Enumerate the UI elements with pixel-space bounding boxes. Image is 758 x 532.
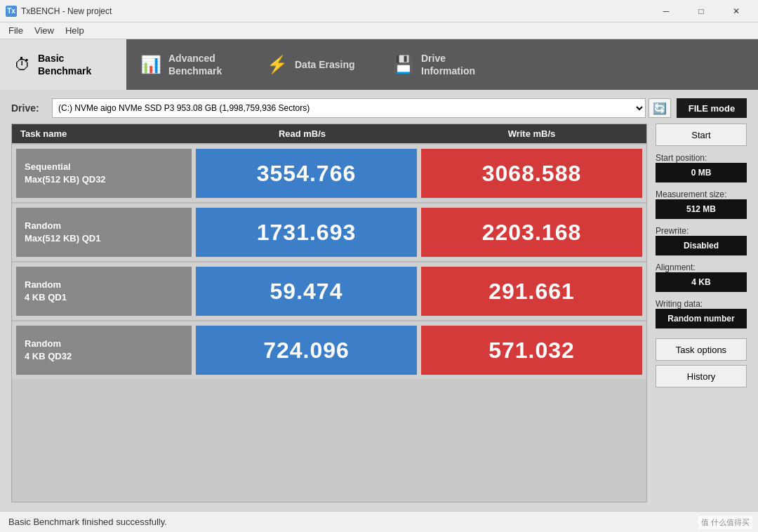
data-erasing-icon: ⚡ [267, 55, 288, 74]
tab-advanced-benchmark[interactable]: 📊 AdvancedBenchmark [126, 39, 253, 90]
table-row: Random 4 KB QD1 59.474 291.661 [12, 261, 646, 320]
start-button[interactable]: Start [656, 124, 747, 146]
drive-refresh-button[interactable]: 🔄 [649, 98, 671, 118]
task-random-4kb-qd32[interactable]: Random 4 KB QD32 [16, 326, 192, 375]
menu-bar: File View Help [0, 22, 758, 39]
title-bar: Tx TxBENCH - New project ─ □ ✕ [0, 0, 758, 22]
task-options-button[interactable]: Task options [656, 338, 747, 361]
task-random-512kb-qd1[interactable]: Random Max(512 KB) QD1 [16, 208, 192, 257]
main-content: Drive: (C:) NVMe aigo NVMe SSD P3 953.08… [0, 90, 758, 511]
menu-help[interactable]: Help [60, 24, 90, 37]
drive-row: Drive: (C:) NVMe aigo NVMe SSD P3 953.08… [11, 98, 747, 118]
measurement-size-section: Measurement size: 512 MB [656, 187, 747, 219]
prewrite-value[interactable]: Disabled [656, 236, 747, 255]
read-random-512kb-qd1[interactable]: 1731.693 [196, 208, 417, 257]
task-sequential-qd32[interactable]: Sequential Max(512 KB) QD32 [16, 149, 192, 198]
writing-data-value[interactable]: Random number [656, 309, 747, 328]
start-position-value[interactable]: 0 MB [656, 163, 747, 182]
write-random-4kb-qd32[interactable]: 571.032 [421, 326, 642, 375]
basic-benchmark-icon: ⏱ [14, 55, 31, 74]
prewrite-section: Prewrite: Disabled [656, 223, 747, 255]
tab-bar: ⏱ BasicBenchmark 📊 AdvancedBenchmark ⚡ D… [0, 39, 758, 90]
writing-data-label: Writing data: [656, 299, 747, 309]
start-position-section: Start position: 0 MB [656, 150, 747, 182]
header-write: Write mB/s [417, 128, 646, 139]
minimize-button[interactable]: ─ [650, 1, 682, 21]
drive-select-wrapper: (C:) NVMe aigo NVMe SSD P3 953.08 GB (1,… [52, 98, 671, 118]
advanced-benchmark-icon: 📊 [140, 55, 161, 74]
measurement-size-value[interactable]: 512 MB [656, 199, 747, 219]
write-random-4kb-qd1[interactable]: 291.661 [421, 267, 642, 316]
tab-data-erasing[interactable]: ⚡ Data Erasing [253, 39, 379, 90]
app-icon: Tx [6, 6, 17, 17]
table-row: Sequential Max(512 KB) QD32 3554.766 306… [12, 143, 646, 202]
drive-label: Drive: [11, 102, 46, 114]
measurement-size-label: Measurement size: [656, 189, 747, 199]
watermark: 值 什么值得买 [698, 516, 752, 529]
maximize-button[interactable]: □ [685, 1, 717, 21]
header-task: Task name [12, 128, 187, 139]
benchmark-area: Task name Read mB/s Write mB/s Sequentia… [11, 124, 747, 503]
status-bar: Basic Benchmark finished successfully. 值… [0, 511, 758, 532]
benchmark-table: Task name Read mB/s Write mB/s Sequentia… [11, 124, 647, 503]
file-mode-button[interactable]: FILE mode [677, 98, 747, 118]
table-row: Random 4 KB QD32 724.096 571.032 [12, 320, 646, 379]
table-header: Task name Read mB/s Write mB/s [12, 124, 646, 143]
sidebar: Start Start position: 0 MB Measurement s… [656, 124, 747, 503]
menu-file[interactable]: File [3, 24, 29, 37]
tab-advanced-label: AdvancedBenchmark [168, 52, 222, 77]
write-sequential-qd32[interactable]: 3068.588 [421, 149, 642, 198]
tab-basic-label: BasicBenchmark [38, 52, 91, 77]
alignment-label: Alignment: [656, 262, 747, 272]
prewrite-label: Prewrite: [656, 226, 747, 236]
window-controls: ─ □ ✕ [650, 1, 752, 21]
table-row: Random Max(512 KB) QD1 1731.693 2203.168 [12, 202, 646, 261]
task-random-4kb-qd1[interactable]: Random 4 KB QD1 [16, 267, 192, 316]
drive-info-icon: 💾 [393, 55, 414, 74]
alignment-section: Alignment: 4 KB [656, 260, 747, 292]
drive-select[interactable]: (C:) NVMe aigo NVMe SSD P3 953.08 GB (1,… [52, 98, 646, 118]
read-sequential-qd32[interactable]: 3554.766 [196, 149, 417, 198]
menu-view[interactable]: View [29, 24, 60, 37]
tab-drive-info-label: DriveInformation [421, 52, 475, 77]
write-random-512kb-qd1[interactable]: 2203.168 [421, 208, 642, 257]
start-position-label: Start position: [656, 153, 747, 163]
close-button[interactable]: ✕ [720, 1, 752, 21]
writing-data-section: Writing data: Random number [656, 296, 747, 328]
read-random-4kb-qd32[interactable]: 724.096 [196, 326, 417, 375]
header-read: Read mB/s [187, 128, 417, 139]
tab-erasing-label: Data Erasing [295, 58, 355, 71]
tab-basic-benchmark[interactable]: ⏱ BasicBenchmark [0, 39, 126, 90]
alignment-value[interactable]: 4 KB [656, 272, 747, 292]
tab-drive-information[interactable]: 💾 DriveInformation [379, 39, 505, 90]
window-title: TxBENCH - New project [21, 6, 650, 16]
history-button[interactable]: History [656, 365, 747, 387]
status-message: Basic Benchmark finished successfully. [8, 517, 167, 527]
read-random-4kb-qd1[interactable]: 59.474 [196, 267, 417, 316]
